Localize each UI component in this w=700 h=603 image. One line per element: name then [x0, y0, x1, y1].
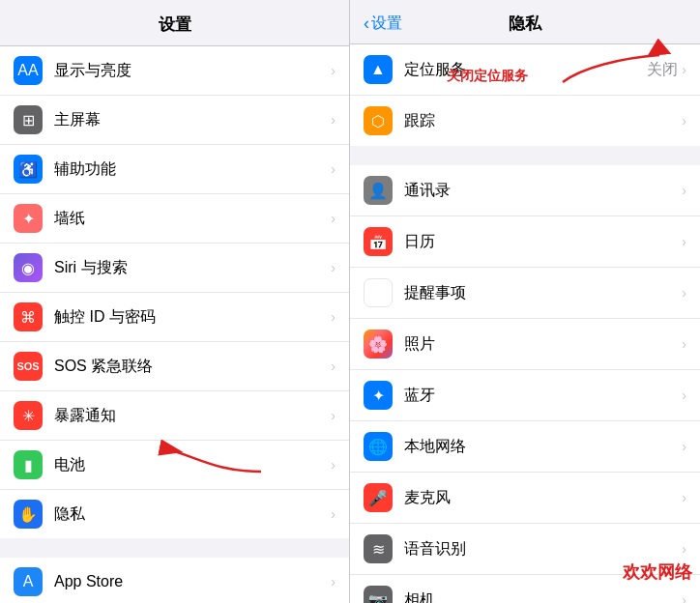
privacy-item-location[interactable]: ▲定位服务关闭› [350, 44, 700, 96]
homescreen-label: 主屏幕 [54, 110, 327, 130]
display-icon: AA [14, 56, 43, 85]
settings-item-exposure[interactable]: ✳暴露通知› [0, 391, 349, 441]
settings-item-siri[interactable]: ◉Siri 与搜索› [0, 244, 349, 293]
exposure-label: 暴露通知 [54, 406, 327, 426]
siri-label: Siri 与搜索 [54, 258, 327, 278]
right-title: 隐私 [509, 13, 541, 35]
siri-icon: ◉ [14, 253, 43, 282]
display-chevron-icon: › [331, 63, 335, 78]
settings-item-battery[interactable]: ▮电池› [0, 441, 349, 490]
homescreen-icon: ⊞ [14, 105, 43, 134]
speech-chevron-icon: › [682, 541, 686, 557]
homescreen-chevron-icon: › [331, 112, 335, 128]
settings-item-sos[interactable]: SOSSOS 紧急联络› [0, 342, 349, 391]
calendar-icon: 📅 [364, 227, 393, 256]
camera-label: 相机 [404, 590, 682, 604]
sos-icon: SOS [14, 352, 43, 381]
wallpaper-label: 墙纸 [54, 209, 327, 229]
settings-item-touchid[interactable]: ⌘触控 ID 与密码› [0, 293, 349, 342]
location-label: 定位服务 [404, 60, 647, 80]
privacy-item-reminders[interactable]: ·提醒事项› [350, 268, 700, 319]
touchid-icon: ⌘ [14, 302, 43, 331]
bluetooth-label: 蓝牙 [404, 386, 682, 406]
battery-icon: ▮ [14, 450, 43, 479]
reminders-label: 提醒事项 [404, 283, 682, 303]
settings-item-privacy[interactable]: ✋隐私› [0, 490, 349, 538]
settings-item-display[interactable]: AA显示与亮度› [0, 46, 349, 96]
privacy-item-tracking[interactable]: ⬡跟踪› [350, 96, 700, 146]
photos-chevron-icon: › [682, 336, 686, 352]
localnet-chevron-icon: › [682, 439, 686, 454]
location-chevron-icon: › [682, 62, 686, 77]
siri-chevron-icon: › [331, 260, 335, 275]
microphone-chevron-icon: › [682, 490, 686, 505]
display-label: 显示与亮度 [54, 61, 327, 81]
photos-icon: 🌸 [364, 330, 393, 359]
speech-icon: ≋ [364, 534, 393, 563]
privacy-item-photos[interactable]: 🌸照片› [350, 319, 700, 370]
wallpaper-chevron-icon: › [331, 211, 335, 226]
localnet-label: 本地网络 [404, 437, 682, 457]
microphone-label: 麦克风 [404, 488, 682, 508]
right-panel-wrapper: ‹ 设置 隐私 ▲定位服务关闭›⬡跟踪› 👤通讯录›📅日历›·提醒事项›🌸照片›… [350, 0, 700, 603]
reminders-icon: · [364, 278, 393, 307]
left-panel: 设置 AA显示与亮度›⊞主屏幕›♿辅助功能›✦墙纸›◉Siri 与搜索›⌘触控 … [0, 0, 350, 603]
appstore-chevron-icon: › [331, 574, 335, 589]
back-label: 设置 [371, 14, 402, 34]
camera-icon: 📷 [364, 586, 393, 603]
left-header: 设置 [0, 0, 349, 46]
privacy-item-calendar[interactable]: 📅日历› [350, 216, 700, 268]
microphone-icon: 🎤 [364, 483, 393, 512]
privacy-item-speech[interactable]: ≋语音识别› [350, 524, 700, 575]
contacts-label: 通讯录 [404, 181, 682, 201]
battery-label: 电池 [54, 455, 327, 475]
back-button[interactable]: ‹ 设置 [364, 14, 402, 34]
back-chevron-icon: ‹ [364, 14, 369, 34]
localnet-icon: 🌐 [364, 432, 393, 461]
contacts-chevron-icon: › [682, 183, 686, 198]
tracking-chevron-icon: › [682, 113, 686, 129]
calendar-chevron-icon: › [682, 234, 686, 249]
settings-item-appstore[interactable]: AApp Store› [0, 558, 349, 603]
location-icon: ▲ [364, 55, 393, 84]
exposure-icon: ✳ [14, 401, 43, 430]
settings-item-homescreen[interactable]: ⊞主屏幕› [0, 96, 349, 145]
settings-group-store: AApp Store›❒钱包与 Apple Pay› [0, 558, 349, 603]
accessibility-label: 辅助功能 [54, 159, 327, 180]
speech-label: 语音识别 [404, 539, 682, 560]
privacy-item-camera[interactable]: 📷相机› [350, 575, 700, 603]
tracking-label: 跟踪 [404, 111, 682, 131]
privacy-bottom-group: 👤通讯录›📅日历›·提醒事项›🌸照片›✦蓝牙›🌐本地网络›🎤麦克风›≋语音识别›… [350, 165, 700, 603]
appstore-icon: A [14, 567, 43, 596]
wallpaper-icon: ✦ [14, 204, 43, 233]
location-value: 关闭 [647, 60, 678, 80]
contacts-icon: 👤 [364, 176, 393, 205]
settings-item-accessibility[interactable]: ♿辅助功能› [0, 145, 349, 194]
privacy-icon: ✋ [14, 500, 43, 529]
privacy-item-localnet[interactable]: 🌐本地网络› [350, 421, 700, 473]
right-content: ▲定位服务关闭›⬡跟踪› 👤通讯录›📅日历›·提醒事项›🌸照片›✦蓝牙›🌐本地网… [350, 44, 700, 603]
touchid-chevron-icon: › [331, 309, 335, 325]
exposure-chevron-icon: › [331, 408, 335, 423]
photos-label: 照片 [404, 334, 682, 355]
privacy-item-bluetooth[interactable]: ✦蓝牙› [350, 370, 700, 421]
settings-group-main: AA显示与亮度›⊞主屏幕›♿辅助功能›✦墙纸›◉Siri 与搜索›⌘触控 ID … [0, 46, 349, 538]
tracking-icon: ⬡ [364, 106, 393, 135]
privacy-item-microphone[interactable]: 🎤麦克风› [350, 473, 700, 524]
right-header: ‹ 设置 隐私 [350, 0, 700, 44]
camera-chevron-icon: › [682, 592, 686, 603]
privacy-item-contacts[interactable]: 👤通讯录› [350, 165, 700, 216]
privacy-top-group: ▲定位服务关闭›⬡跟踪› [350, 44, 700, 146]
reminders-chevron-icon: › [682, 285, 686, 301]
sos-label: SOS 紧急联络 [54, 357, 327, 377]
battery-chevron-icon: › [331, 457, 335, 473]
sos-chevron-icon: › [331, 359, 335, 374]
privacy-chevron-icon: › [331, 506, 335, 522]
bluetooth-icon: ✦ [364, 381, 393, 410]
settings-list: AA显示与亮度›⊞主屏幕›♿辅助功能›✦墙纸›◉Siri 与搜索›⌘触控 ID … [0, 46, 349, 603]
accessibility-icon: ♿ [14, 155, 43, 184]
settings-item-wallpaper[interactable]: ✦墙纸› [0, 194, 349, 244]
privacy-label: 隐私 [54, 504, 327, 525]
right-panel: ‹ 设置 隐私 ▲定位服务关闭›⬡跟踪› 👤通讯录›📅日历›·提醒事项›🌸照片›… [350, 0, 700, 603]
calendar-label: 日历 [404, 232, 682, 252]
